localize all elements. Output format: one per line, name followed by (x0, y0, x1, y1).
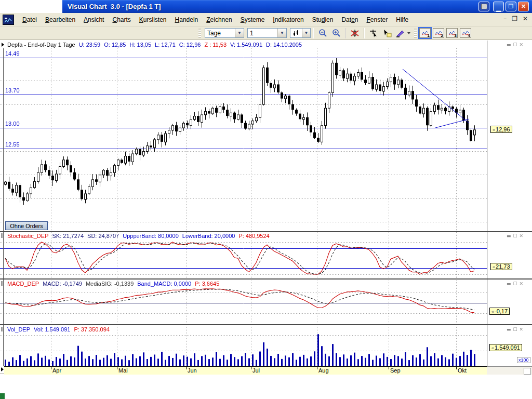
month-tick (117, 367, 117, 369)
volume-header-segment: Vol_DEP (7, 326, 30, 332)
pane-maximize-icon[interactable]: ☐ (513, 42, 517, 47)
pane-close-icon[interactable]: ✕ (520, 42, 524, 47)
zoom-in-button[interactable] (330, 27, 342, 39)
pane-divider[interactable] (0, 278, 532, 280)
menu-item-handeln[interactable]: Handeln (171, 15, 203, 25)
mdi-restore-icon[interactable]: ❐ (512, 15, 517, 22)
compression-value: 1 (248, 30, 277, 37)
pane-grip (1, 233, 3, 238)
macd-header-segment: MediaSIG: -0,1339 (86, 281, 134, 287)
charttype-combobox[interactable]: ▼ (290, 28, 311, 38)
macd-header-segment: MACD_DEP (7, 281, 39, 287)
separator (364, 28, 365, 38)
menu-item-ansicht[interactable]: Ansicht (79, 15, 108, 25)
chart-window-button-1[interactable]: 1 (419, 28, 431, 38)
arrow-left-icon: « (491, 345, 494, 351)
chart-header-segment: Depfa - End-of-Day 1 Tage (7, 42, 75, 48)
time-axis[interactable]: AprMaiJunJulAugSepOkt (4, 366, 487, 375)
macd-value-badge: «-0,17 (489, 308, 510, 315)
pane-minimize-icon[interactable]: ▬ (507, 281, 511, 286)
menu-item-zeichnen[interactable]: Zeichnen (202, 15, 236, 25)
pane-close-icon[interactable]: ✕ (520, 233, 524, 238)
menu-item-bearbeiten[interactable]: Bearbeiten (41, 15, 79, 25)
pane-minimize-icon[interactable]: ▬ (507, 233, 511, 238)
chevron-down-icon[interactable]: ▼ (277, 29, 286, 37)
stochastic-header-segment: SD: 24,8707 (87, 233, 119, 239)
mdi-close-icon[interactable]: ✕ (523, 15, 528, 22)
menu-bar: DateiBearbeitenAnsichtChartsKurslistenHa… (0, 13, 532, 26)
menu-item-studien[interactable]: Studien (308, 15, 338, 25)
stochastic-data-line: Stochastic_DEPSK: 21,7274SD: 24,8707Uppp… (7, 233, 273, 239)
chevron-down-icon[interactable]: ▼ (302, 29, 310, 37)
stochastic-header-segment: UppperBand: 80,0000 (123, 233, 179, 239)
volume-data-line: Vol_DEPVol: 1.549.091P: 37.350.094 (7, 326, 113, 332)
resize-box[interactable] (524, 368, 531, 375)
stochastic-header-segment: P: 480,9524 (238, 233, 269, 239)
crosshair-pointer-button[interactable] (367, 27, 380, 39)
app-icon[interactable] (3, 15, 14, 25)
axis-corner (487, 366, 532, 375)
period-value: Tage (205, 30, 235, 37)
zoom-out-button[interactable] (316, 27, 329, 39)
macd-header-segment: MACD: -0,1749 (43, 281, 82, 287)
price-line-label: 13.00 (5, 121, 20, 127)
chart-plot-area[interactable] (0, 41, 487, 366)
period-combobox[interactable]: Tage ▼ (205, 28, 244, 38)
menu-item-hilfe[interactable]: Hilfe (392, 15, 413, 25)
menu-item-systeme[interactable]: Systeme (236, 15, 269, 25)
month-label-jul: Jul (252, 367, 260, 374)
pointer-note-button[interactable] (381, 27, 393, 39)
minimize-button[interactable]: ▁ (493, 2, 504, 11)
chart-header-segment: L: 12,71 (155, 42, 176, 48)
month-tick (51, 367, 51, 369)
chart-window-button-3[interactable]: 3 (446, 28, 458, 38)
chart-window-button-4[interactable]: 4 (460, 28, 471, 38)
zoom-in-icon (332, 29, 341, 37)
month-label-jun: Jun (188, 367, 197, 374)
toolbar-grip[interactable] (414, 29, 417, 38)
menu-item-fenster[interactable]: Fenster (363, 15, 392, 25)
chart-icon (4, 17, 12, 24)
arrow-left-icon: « (491, 309, 494, 314)
zoom-out-icon (318, 29, 327, 37)
pane-close-icon[interactable]: ✕ (520, 281, 524, 286)
window-square-button[interactable] (478, 2, 489, 11)
menu-item-charts[interactable]: Charts (108, 15, 135, 25)
header-marker-icon (2, 43, 4, 47)
pane-maximize-icon[interactable]: ☐ (513, 281, 517, 286)
restore-button[interactable]: ❐ (506, 2, 516, 11)
ohne-orders-button[interactable]: Ohne Orders (5, 221, 48, 230)
pane-divider[interactable] (0, 324, 532, 325)
main-pane-controls: ▬☐✕ (507, 42, 523, 47)
price-line-label: 12.55 (5, 141, 20, 148)
pane-minimize-icon[interactable]: ▬ (507, 327, 511, 332)
pane-minimize-icon[interactable]: ▬ (507, 42, 511, 47)
pane-divider[interactable] (0, 231, 532, 232)
menu-item-datei[interactable]: Datei (18, 15, 41, 25)
close-icon: ✕ (521, 3, 526, 10)
chart-window-button-2[interactable]: 2 (433, 28, 444, 38)
close-button[interactable]: ✕ (518, 2, 529, 11)
pane-maximize-icon[interactable]: ☐ (513, 327, 517, 332)
pane-close-icon[interactable]: ✕ (520, 327, 524, 332)
menu-item-indikatoren[interactable]: Indikatoren (269, 15, 308, 25)
mdi-minimize-icon[interactable]: – (503, 15, 507, 22)
last-price-badge: «12,96 (490, 126, 512, 133)
taskbar-fragment (0, 393, 5, 399)
month-tick (389, 367, 389, 369)
restore-icon: ❐ (509, 3, 514, 10)
toolbar-grip[interactable] (198, 29, 201, 38)
price-line-label: 13.70 (5, 87, 20, 94)
volume-unit-label: x100 (517, 357, 530, 363)
draw-brush-button[interactable] (394, 27, 412, 39)
macd-header-segment: P: 3,6645 (195, 281, 219, 287)
price-axis[interactable] (487, 41, 532, 366)
remove-compression-button[interactable] (349, 27, 361, 39)
candlestick-icon (290, 30, 302, 36)
menu-item-daten[interactable]: Daten (337, 15, 362, 25)
chart-header-segment: D: 14.10.2005 (266, 42, 302, 48)
compression-combobox[interactable]: 1 ▼ (247, 28, 287, 38)
menu-item-kurslisten[interactable]: Kurslisten (135, 15, 171, 25)
chevron-down-icon[interactable]: ▼ (235, 29, 244, 37)
pane-maximize-icon[interactable]: ☐ (513, 233, 517, 238)
